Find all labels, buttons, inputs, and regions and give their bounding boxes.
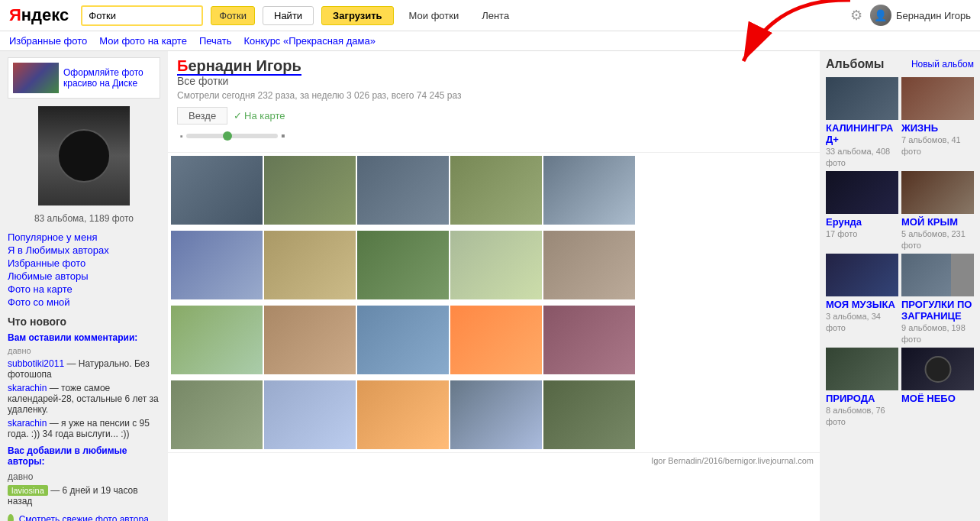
comment-sep-3: —: [50, 418, 61, 429]
album-meta-5: 9 альбомов, 198 фото: [901, 323, 965, 344]
album-thumb-music: [826, 254, 898, 296]
photo-thumb[interactable]: [357, 380, 449, 449]
subnav-favorites[interactable]: Избранные фото: [9, 35, 87, 47]
yandex-logo: Яндекс: [9, 5, 69, 25]
subnav-map[interactable]: Мои фото на карте: [99, 35, 187, 47]
comments-link[interactable]: Вам оставили комментарии:: [8, 332, 137, 343]
fotki-tab[interactable]: Фотки: [211, 6, 255, 25]
sidebar-link-fav-authors[interactable]: Я в Любимых авторах: [8, 244, 160, 256]
photo-thumb[interactable]: [357, 231, 449, 299]
album-name-0[interactable]: КАЛИНИНГРА Д+: [826, 122, 898, 145]
album-thumb-nebo: [901, 348, 974, 390]
comments-title: Вам оставили комментарии:: [8, 332, 160, 343]
left-sidebar: Оформляйте фото красиво на Диске 83 альб…: [0, 51, 168, 521]
fav-user-item: laviosina — 6 дней и 19 часов назад: [8, 485, 160, 506]
slider-thumb: [223, 131, 232, 141]
content-stats: Смотрели сегодня 232 раза, за неделю 3 0…: [177, 90, 811, 101]
comment-sep-2: —: [50, 383, 61, 393]
album-meta-6: 8 альбомов, 76 фото: [826, 406, 885, 426]
search-input[interactable]: [81, 5, 203, 26]
album-item[interactable]: КАЛИНИНГРА Д+ 33 альбома, 408 фото: [826, 77, 898, 168]
album-thumb-priroda: [826, 348, 898, 390]
photo-thumb[interactable]: [357, 306, 449, 374]
photo-thumb[interactable]: [171, 306, 263, 374]
album-name-3[interactable]: МОЙ КРЫМ: [901, 216, 974, 228]
tab-everywhere[interactable]: Везде: [177, 107, 227, 125]
photo-thumb[interactable]: [450, 380, 542, 449]
sidebar-link-favorites[interactable]: Избранные фото: [8, 257, 160, 269]
photo-thumb[interactable]: [543, 231, 635, 299]
sidebar-link-my-authors[interactable]: Любимые авторы: [8, 270, 160, 282]
photo-thumb[interactable]: [450, 156, 542, 225]
album-thumb-erunda: [826, 171, 898, 214]
album-thumb-krym: [901, 171, 974, 214]
album-item[interactable]: МОЁ НЕБО: [901, 348, 974, 427]
photo-thumb[interactable]: [450, 306, 542, 374]
album-item[interactable]: ЖИЗНЬ 7 альбомов, 41 фото: [901, 77, 974, 168]
my-photos-tab[interactable]: Мои фотки: [401, 7, 467, 24]
photo-image: [171, 156, 263, 225]
album-meta-3: 5 альбомов, 231 фото: [901, 229, 965, 250]
album-item[interactable]: Ерунда 17 фото: [826, 171, 898, 251]
new-album-link[interactable]: Новый альбом: [911, 59, 974, 70]
album-item[interactable]: ПРИРОДА 8 альбомов, 76 фото: [826, 348, 898, 427]
photo-thumb[interactable]: [171, 231, 263, 299]
photo-thumb[interactable]: [357, 156, 449, 225]
album-meta-2: 17 фото: [826, 229, 857, 238]
subnav-print[interactable]: Печать: [199, 35, 232, 47]
comment-user-3[interactable]: skarachin: [8, 418, 47, 429]
view-photos-link[interactable]: Смотреть свежие фото автора на главной с…: [19, 514, 160, 521]
album-name-7[interactable]: МОЁ НЕБО: [901, 393, 974, 404]
photo-thumb[interactable]: [264, 156, 356, 225]
album-name-5[interactable]: ПРОГУЛКИ ПО ЗАГРАНИЦЕ: [901, 299, 974, 322]
album-name-6[interactable]: ПРИРОДА: [826, 393, 898, 404]
photo-thumb[interactable]: [171, 380, 263, 449]
photo-image: [450, 156, 542, 225]
photo-thumb[interactable]: [543, 306, 635, 374]
photo-thumb[interactable]: [264, 380, 356, 449]
size-slider[interactable]: [186, 134, 278, 138]
sidebar-link-on-map[interactable]: Фото на карте: [8, 283, 160, 295]
photo-grid-row2: [168, 228, 820, 303]
content-area: Бернадин Игорь Все фотки Смотрели сегодн…: [168, 51, 820, 521]
sidebar-link-popular[interactable]: Популярное у меня: [8, 231, 160, 243]
settings-button[interactable]: ⚙: [850, 7, 862, 24]
user-menu[interactable]: 👤 Бернадин Игорь: [870, 5, 971, 26]
promo-text: Оформляйте фото красиво на Диске: [63, 67, 155, 89]
photo-grid-row3: [168, 303, 820, 377]
tab-on-map[interactable]: ✓ На карте: [227, 108, 291, 124]
upload-button[interactable]: Загрузить: [321, 6, 393, 25]
fav-title: Вас добавили в любимые авторы:: [8, 445, 160, 467]
album-name-4[interactable]: МОЯ МУЗЫКА: [826, 299, 898, 310]
user-name-label[interactable]: Бернадин Игорь: [896, 10, 971, 21]
photo-thumb[interactable]: [543, 156, 635, 225]
photo-thumb[interactable]: [450, 231, 542, 299]
green-circle-icon: [8, 514, 14, 521]
header: Яндекс Фотки Найти Загрузить Мои фотки Л…: [0, 0, 980, 31]
promo-link[interactable]: Оформляйте фото красиво на Диске: [63, 67, 143, 89]
photo-thumb[interactable]: [171, 156, 263, 225]
photo-thumb[interactable]: [543, 380, 635, 449]
content-header: Бернадин Игорь Все фотки Смотрели сегодн…: [168, 51, 820, 153]
fav-link[interactable]: Вас добавили в любимые авторы:: [8, 445, 127, 467]
content-subtitle: Все фотки: [177, 75, 811, 87]
photo-thumb[interactable]: [264, 231, 356, 299]
album-item[interactable]: МОЯ МУЗЫКА 3 альбома, 34 фото: [826, 254, 898, 345]
album-item[interactable]: ПРОГУЛКИ ПО ЗАГРАНИЦЕ 9 альбомов, 198 фо…: [901, 254, 974, 345]
comment-user-2[interactable]: skarachin: [8, 383, 47, 393]
album-grid: КАЛИНИНГРА Д+ 33 альбома, 408 фото ЖИЗНЬ…: [826, 77, 974, 427]
photo-image: [264, 156, 356, 225]
photo-thumb[interactable]: [264, 306, 356, 374]
comment-user-1[interactable]: subbotiki2011: [8, 358, 64, 369]
album-name-1[interactable]: ЖИЗНЬ: [901, 122, 974, 134]
search-button[interactable]: Найти: [263, 6, 314, 25]
subnav: Избранные фото Мои фото на карте Печать …: [0, 31, 980, 51]
title-rest: ернадин Игорь: [188, 57, 301, 76]
feed-tab[interactable]: Лента: [474, 7, 517, 24]
album-item[interactable]: МОЙ КРЫМ 5 альбомов, 231 фото: [901, 171, 974, 251]
album-name-2[interactable]: Ерунда: [826, 216, 898, 228]
large-size-icon: ▪: [281, 129, 285, 143]
subnav-contest[interactable]: Конкурс «Прекрасная дама»: [243, 35, 375, 47]
album-thumb-progulki: [901, 254, 974, 296]
sidebar-link-with-me[interactable]: Фото со мной: [8, 296, 160, 308]
